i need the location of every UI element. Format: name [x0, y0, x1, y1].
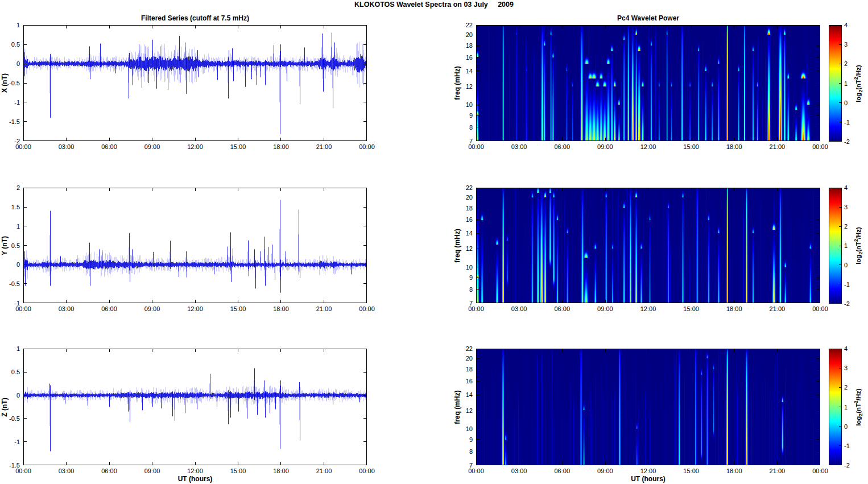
y-tick-label: 20	[453, 31, 473, 38]
panel-filtered-z: Z (nT) UT (hours) 10.50-0.5-1-1.500:0003…	[23, 349, 367, 465]
colorbar-tick-label: 4	[844, 345, 848, 352]
x-tick-label: 15:00	[683, 143, 699, 150]
y-tick-label: 1	[1, 223, 20, 230]
y-tick-label: 1	[1, 22, 20, 28]
y-tick-label: 0	[1, 60, 20, 67]
colorbar-gradient-1	[829, 25, 842, 142]
y-tick-label: 0.5	[1, 41, 20, 48]
y-tick-label: 18	[453, 366, 473, 373]
y-tick-label: 18	[453, 205, 473, 212]
panel-wavelet-x: Pc4 Wavelet Power freq (mHz) 22201816141…	[476, 25, 820, 141]
x-tick-label: 00:00	[359, 305, 375, 312]
y-tick-label: 0.5	[1, 369, 20, 375]
x-tick-label: 09:00	[144, 468, 160, 474]
x-tick-label: 03:00	[511, 468, 527, 474]
y-tick-label: 0	[1, 392, 20, 399]
x-tick-label: 03:00	[59, 468, 75, 474]
y-tick-label: 2	[1, 184, 20, 191]
x-tick-label: 00:00	[812, 143, 828, 150]
y-tick-label: 0	[1, 261, 20, 268]
colorbar-tick-label: 2	[844, 223, 848, 230]
x-tick-label: 00:00	[468, 305, 484, 312]
colorbar-tick-label: 3	[844, 365, 848, 371]
colorbar-2: log2(nT2/Hz) 43210-1-2	[829, 188, 842, 304]
panel-filtered-y: Y (nT) 21.510.50-0.5-100:0003:0006:0009:…	[23, 188, 367, 303]
y-tick-label: -0.5	[1, 415, 20, 422]
x-tick-label: 15:00	[230, 143, 246, 150]
y-tick-label: 12	[453, 83, 473, 90]
y-tick-label: 10	[453, 264, 473, 271]
y-tick-label: 22	[453, 345, 473, 352]
x-tick-label: 18:00	[273, 305, 289, 312]
colorbar-tick-label: 4	[844, 184, 848, 191]
x-tick-label: 21:00	[770, 468, 786, 474]
x-tick-label: 09:00	[144, 143, 160, 150]
x-tick-label: 12:00	[187, 305, 203, 312]
x-tick-label: 06:00	[101, 143, 117, 150]
wavelet-power-x-plot	[476, 25, 820, 141]
x-tick-label: 06:00	[101, 305, 117, 312]
figure-title: KLOKOTOS Wavelet Spectra on 03 July 2009	[0, 1, 868, 9]
x-tick-label: 06:00	[554, 468, 570, 474]
x-axis-label-left: UT (hours)	[178, 475, 213, 483]
x-tick-label: 03:00	[511, 143, 527, 150]
x-tick-label: 09:00	[597, 143, 613, 150]
x-tick-label: 21:00	[316, 143, 332, 150]
x-tick-label: 21:00	[770, 305, 786, 312]
x-tick-label: 00:00	[812, 468, 828, 474]
wavelet-power-z-plot	[476, 349, 820, 465]
x-tick-label: 06:00	[554, 305, 570, 312]
x-tick-label: 18:00	[273, 468, 289, 474]
colorbar-gradient-3	[829, 349, 842, 465]
y-tick-label: 12	[453, 407, 473, 414]
colorbar-tick-label: 1	[844, 242, 848, 249]
y-tick-label: 20	[453, 194, 473, 201]
colorbar-tick-label: 3	[844, 41, 848, 48]
x-tick-label: 12:00	[187, 143, 203, 150]
colorbar-tick-label: 2	[844, 384, 848, 391]
y-tick-label: 14	[453, 391, 473, 398]
y-tick-label: 16	[453, 54, 473, 61]
y-tick-label: 9	[453, 436, 473, 443]
y-tick-label: -1.5	[1, 118, 20, 125]
y-tick-label: 9	[453, 112, 473, 119]
y-tick-label: 22	[453, 184, 473, 191]
panel-wavelet-z: freq (mHz) UT (hours) 222018161412109870…	[476, 349, 820, 465]
filtered-series-y-plot	[23, 188, 367, 303]
x-tick-label: 12:00	[640, 305, 656, 312]
y-tick-label: 14	[453, 230, 473, 237]
colorbar-tick-label: 2	[844, 60, 848, 67]
panel-filtered-x: Filtered Series (cutoff at 7.5 mHz) X (n…	[23, 25, 367, 141]
y-tick-label: 8	[453, 448, 473, 455]
x-tick-label: 00:00	[15, 305, 31, 312]
y-tick-label: -0.5	[1, 80, 20, 86]
y-tick-label: 10	[453, 425, 473, 432]
x-tick-label: 12:00	[640, 143, 656, 150]
y-tick-label: 16	[453, 378, 473, 384]
x-tick-label: 18:00	[273, 143, 289, 150]
x-tick-label: 00:00	[468, 143, 484, 150]
x-tick-label: 03:00	[59, 143, 75, 150]
x-tick-label: 21:00	[770, 143, 786, 150]
x-tick-label: 00:00	[15, 468, 31, 474]
colorbar-label-1: log2(nT2/Hz)	[853, 65, 863, 102]
colorbar-tick-label: -2	[844, 462, 850, 469]
x-tick-label: 12:00	[640, 468, 656, 474]
x-tick-label: 00:00	[359, 143, 375, 150]
y-tick-label: -0.5	[1, 280, 20, 287]
y-tick-label: 20	[453, 355, 473, 362]
x-tick-label: 21:00	[316, 468, 332, 474]
plot-title-filtered: Filtered Series (cutoff at 7.5 mHz)	[141, 14, 249, 22]
y-tick-label: 12	[453, 245, 473, 252]
plot-title-wavelet: Pc4 Wavelet Power	[617, 14, 679, 22]
y-tick-label: 1.5	[1, 204, 20, 210]
colorbar-tick-label: 1	[844, 404, 848, 411]
colorbar-tick-label: -2	[844, 138, 850, 145]
colorbar-tick-label: -1	[844, 119, 850, 126]
x-tick-label: 15:00	[230, 305, 246, 312]
wavelet-power-y-plot	[476, 188, 820, 303]
x-tick-label: 06:00	[554, 143, 570, 150]
x-tick-label: 15:00	[683, 305, 699, 312]
x-tick-label: 18:00	[726, 305, 742, 312]
x-tick-label: 21:00	[316, 305, 332, 312]
